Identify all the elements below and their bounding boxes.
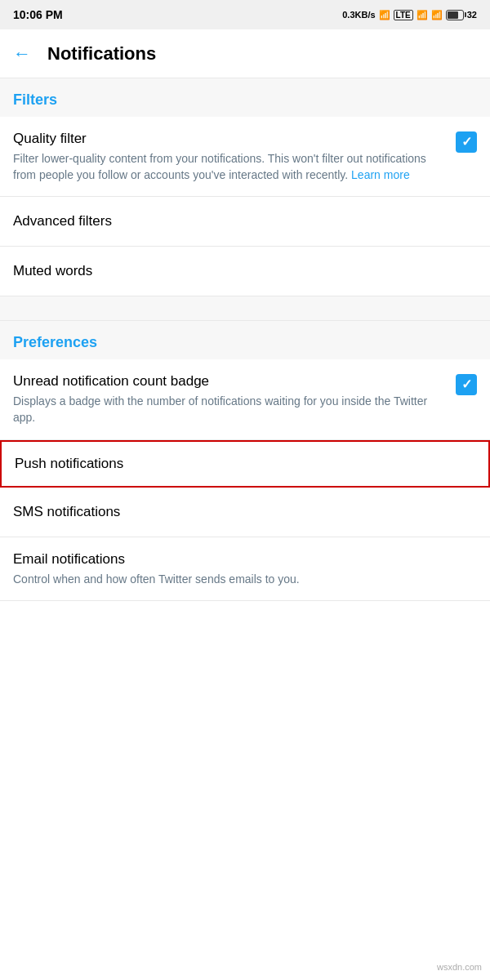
- page-header: ← Notifications: [0, 29, 490, 78]
- unread-badge-desc: Displays a badge with the number of noti…: [13, 394, 446, 425]
- push-notifications-content: Push notifications: [15, 455, 475, 473]
- status-icons: 0.3KB/s 📶 LTE 📶 📶 32: [342, 10, 477, 20]
- unread-badge-content: Unread notification count badge Displays…: [13, 372, 456, 425]
- preferences-label: Preferences: [13, 334, 97, 350]
- unread-badge-item[interactable]: Unread notification count badge Displays…: [0, 359, 490, 439]
- status-time: 10:06 PM: [13, 8, 63, 21]
- status-bar: 10:06 PM 0.3KB/s 📶 LTE 📶 📶 32: [0, 0, 490, 29]
- sms-notifications-item[interactable]: SMS notifications: [0, 488, 490, 537]
- quality-filter-checkbox[interactable]: ✓: [456, 131, 477, 153]
- signal-icon-2: 📶: [416, 10, 428, 20]
- page-title: Notifications: [47, 43, 156, 65]
- email-notifications-title: Email notifications: [13, 550, 467, 568]
- battery-icon: [446, 10, 464, 20]
- quality-filter-title: Quality filter: [13, 130, 446, 148]
- push-notifications-item[interactable]: Push notifications: [0, 440, 490, 488]
- wifi-icon: 📶: [431, 10, 443, 20]
- email-notifications-desc: Control when and how often Twitter sends…: [13, 572, 467, 588]
- lte-icon: LTE: [394, 10, 413, 20]
- quality-filter-item[interactable]: Quality filter Filter lower-quality cont…: [0, 117, 490, 197]
- preferences-section-header: Preferences: [0, 321, 490, 359]
- muted-words-title: Muted words: [13, 263, 92, 278]
- watermark: wsxdn.com: [437, 962, 482, 972]
- quality-filter-content: Quality filter Filter lower-quality cont…: [13, 130, 456, 183]
- advanced-filters-item[interactable]: Advanced filters: [0, 197, 490, 247]
- muted-words-item[interactable]: Muted words: [0, 247, 490, 296]
- filters-label: Filters: [13, 91, 57, 108]
- sms-notifications-title: SMS notifications: [13, 504, 120, 519]
- quality-filter-desc: Filter lower-quality content from your n…: [13, 151, 446, 183]
- back-button[interactable]: ←: [13, 43, 31, 65]
- email-notifications-item[interactable]: Email notifications Control when and how…: [0, 537, 490, 602]
- signal-icon: 📶: [379, 10, 390, 20]
- filters-section-header: Filters: [0, 78, 490, 117]
- unread-badge-checkbox[interactable]: ✓: [456, 374, 477, 395]
- email-notifications-content: Email notifications Control when and how…: [13, 550, 477, 588]
- learn-more-link[interactable]: Learn more: [351, 168, 410, 181]
- battery-level: 32: [467, 10, 477, 20]
- unread-badge-checkmark: ✓: [461, 378, 472, 391]
- battery-fill: [448, 11, 459, 19]
- advanced-filters-title: Advanced filters: [13, 213, 112, 229]
- push-notifications-title: Push notifications: [15, 455, 466, 473]
- unread-badge-title: Unread notification count badge: [13, 372, 446, 390]
- section-divider: [0, 296, 490, 321]
- network-speed: 0.3KB/s: [342, 10, 375, 20]
- checkbox-checkmark: ✓: [461, 136, 472, 149]
